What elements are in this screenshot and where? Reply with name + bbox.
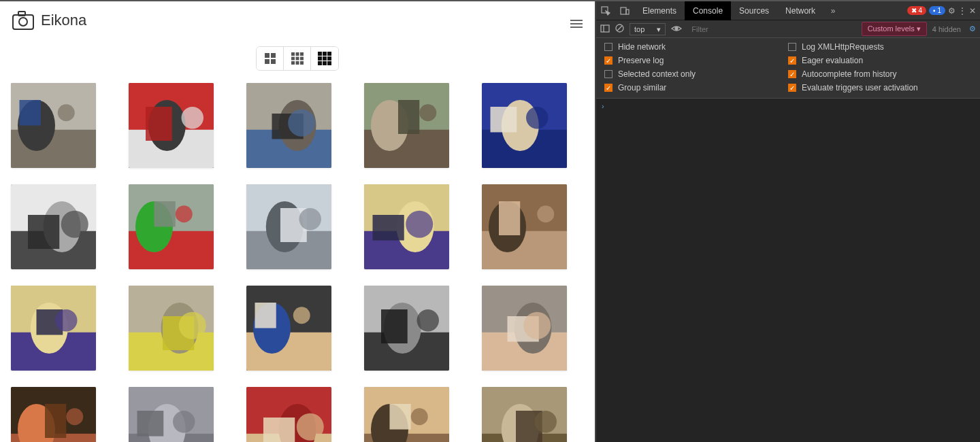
thumbnail-foggy-scene[interactable] (129, 387, 214, 442)
app-title: Eikona (41, 12, 86, 29)
svg-rect-43 (398, 100, 419, 134)
view-toggle-group (0, 46, 595, 71)
thumbnail-basketball-player-30[interactable] (482, 83, 567, 168)
svg-rect-15 (300, 61, 304, 65)
view-small-grid-button[interactable] (311, 47, 338, 70)
svg-point-114 (297, 413, 324, 441)
svg-point-124 (535, 411, 557, 433)
thumbnail-flowers-ground[interactable] (129, 286, 214, 371)
thumbnail-meme-ya-karl[interactable] (246, 286, 331, 371)
svg-rect-58 (154, 201, 176, 227)
thumbnail-man-sunglasses-car[interactable] (11, 184, 96, 269)
device-toolbar-icon[interactable] (615, 1, 634, 20)
thumbnail-group-indoor[interactable] (482, 184, 567, 269)
tab-sources[interactable]: Sources (731, 1, 777, 20)
console-sidebar-toggle-icon[interactable] (600, 24, 610, 35)
group-similar-checkbox[interactable]: ✓Group similar (604, 83, 788, 92)
context-selector[interactable]: top ▾ (630, 23, 666, 35)
svg-point-34 (182, 107, 204, 129)
svg-rect-14 (295, 61, 299, 65)
live-expression-icon[interactable] (671, 24, 682, 34)
svg-point-132 (675, 27, 678, 30)
autocomplete-checkbox[interactable]: ✓Autocomplete from history (788, 69, 972, 79)
svg-rect-5 (265, 59, 270, 64)
svg-rect-22 (318, 61, 322, 65)
eval-triggers-checkbox[interactable]: ✓Evaluate triggers user activation (788, 83, 972, 92)
svg-rect-8 (295, 52, 299, 56)
svg-rect-88 (255, 303, 276, 328)
tab-network[interactable]: Network (777, 1, 823, 20)
view-medium-grid-button[interactable] (284, 47, 311, 70)
selected-context-checkbox[interactable]: Selected context only (604, 69, 788, 79)
svg-point-2 (19, 18, 27, 26)
thumbnail-food-pan[interactable] (11, 387, 96, 442)
svg-rect-9 (300, 52, 304, 56)
thumbnail-drone-close-up[interactable] (246, 83, 331, 168)
thumbnail-corona-sombreros-1[interactable] (364, 184, 449, 269)
thumbnail-couple-hat[interactable] (364, 387, 449, 442)
thumbnail-couple-woods[interactable] (364, 83, 449, 168)
svg-rect-113 (263, 418, 295, 442)
thumbnail-bike-rack-car[interactable] (364, 286, 449, 371)
svg-point-99 (523, 312, 551, 339)
svg-rect-73 (499, 201, 520, 235)
tab-console[interactable]: Console (685, 1, 731, 20)
svg-rect-1 (18, 12, 25, 16)
devtools-settings-icon[interactable]: ⚙ (948, 6, 956, 16)
svg-rect-126 (621, 7, 626, 14)
error-count-badge[interactable]: ✖ 4 (907, 6, 926, 15)
thumbnail-two-people-hill[interactable] (129, 184, 214, 269)
thumbnail-drone-on-table[interactable] (11, 83, 96, 168)
svg-rect-93 (381, 309, 408, 343)
svg-point-29 (58, 104, 75, 121)
svg-rect-11 (295, 57, 299, 61)
svg-point-49 (526, 107, 549, 129)
console-toolbar: top ▾ Custom levels ▾ 4 hidden ⚙ (596, 20, 980, 38)
svg-point-109 (173, 411, 195, 433)
hamburger-menu-icon[interactable] (570, 18, 583, 30)
svg-rect-3 (265, 53, 270, 58)
svg-rect-24 (327, 61, 331, 65)
svg-rect-33 (146, 107, 172, 141)
log-levels-button[interactable]: Custom levels ▾ (862, 22, 927, 36)
thumbnail-family-table[interactable] (246, 387, 331, 442)
console-prompt-icon[interactable]: › (602, 102, 604, 110)
svg-point-59 (176, 205, 193, 222)
console-output: › (596, 99, 980, 442)
app-pane: Eikona (0, 1, 595, 442)
svg-rect-128 (601, 25, 609, 32)
thumbnail-snowy-creek[interactable] (246, 184, 331, 269)
svg-rect-127 (626, 10, 629, 14)
view-large-grid-button[interactable] (257, 47, 284, 70)
console-settings-icon[interactable]: ⚙ (969, 24, 976, 33)
svg-line-131 (617, 26, 622, 31)
devtools-close-icon[interactable]: ✕ (969, 6, 976, 16)
svg-rect-7 (291, 52, 295, 56)
svg-rect-103 (45, 404, 66, 438)
clear-console-icon[interactable] (615, 24, 624, 34)
preserve-log-checkbox[interactable]: ✓Preserve log (604, 56, 788, 65)
info-count-badge[interactable]: ▪ 1 (929, 6, 945, 15)
tab-elements[interactable]: Elements (634, 1, 685, 20)
svg-point-44 (419, 104, 436, 121)
thumbnail-baby-dog-floor[interactable] (482, 286, 567, 371)
thumbnail-basketball-game-1[interactable] (129, 83, 214, 168)
devtools-panel: Elements Console Sources Network » ✖ 4 ▪… (595, 1, 980, 442)
svg-rect-108 (137, 411, 164, 437)
more-tabs-icon[interactable]: » (823, 1, 843, 20)
svg-rect-21 (327, 56, 331, 61)
hide-network-checkbox[interactable]: Hide network (604, 42, 788, 52)
svg-point-104 (66, 408, 83, 425)
hidden-count-label: 4 hidden (932, 25, 961, 33)
thumbnail-corona-sombreros-2[interactable] (11, 286, 96, 371)
svg-point-69 (406, 211, 433, 238)
svg-rect-13 (291, 61, 295, 65)
thumbnail-interior-wood[interactable] (482, 387, 567, 442)
devtools-more-icon[interactable]: ⋮ (958, 6, 966, 16)
console-filter-input[interactable] (687, 23, 855, 35)
svg-rect-10 (291, 57, 295, 61)
inspect-element-icon[interactable] (596, 1, 615, 20)
eager-eval-checkbox[interactable]: ✓Eager evaluation (788, 56, 972, 65)
svg-point-89 (293, 307, 310, 324)
log-xhr-checkbox[interactable]: Log XMLHttpRequests (788, 42, 972, 52)
